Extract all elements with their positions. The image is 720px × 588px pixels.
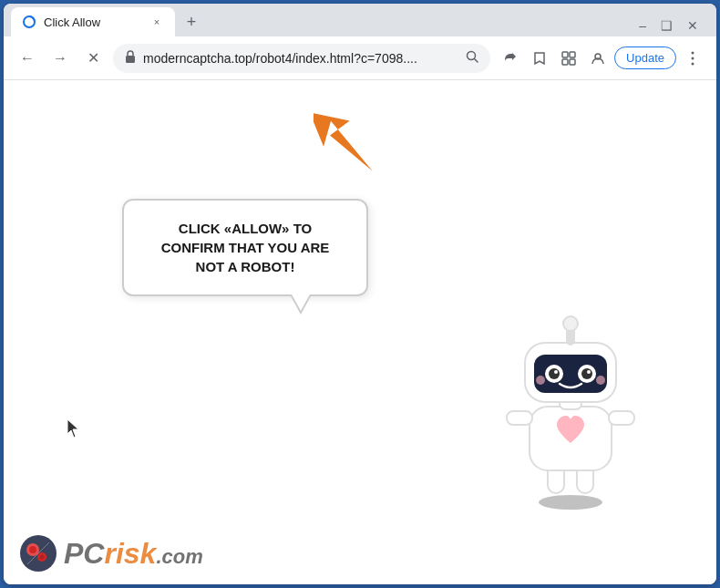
svg-rect-5 [570, 52, 575, 57]
watermark-com-text: .com [156, 545, 202, 568]
svg-point-30 [587, 370, 591, 374]
speech-bubble: CLICK «ALLOW» TO CONFIRM THAT YOU ARE NO… [122, 199, 368, 296]
svg-point-32 [596, 376, 605, 385]
svg-point-11 [692, 62, 694, 65]
search-icon[interactable] [466, 50, 478, 66]
svg-point-27 [549, 368, 560, 379]
page-content: CLICK «ALLOW» TO CONFIRM THAT YOU ARE NO… [4, 80, 716, 584]
close-button[interactable]: ✕ [687, 18, 698, 33]
reload-button[interactable]: ✕ [80, 46, 106, 71]
svg-point-37 [40, 555, 45, 560]
window-controls: – ❑ ✕ [628, 18, 709, 36]
pcrisk-logo-icon [18, 533, 58, 573]
svg-point-10 [692, 57, 694, 59]
tab-bar: Click Allow × + – ❑ ✕ [4, 4, 716, 36]
share-icon[interactable] [498, 46, 523, 71]
watermark: PCrisk.com [18, 533, 203, 573]
watermark-text-container: PCrisk.com [64, 539, 203, 568]
svg-rect-7 [570, 59, 575, 65]
minimize-button[interactable]: – [639, 18, 646, 33]
svg-rect-18 [507, 411, 532, 425]
maximize-button[interactable]: ❑ [661, 18, 673, 33]
nav-icons: Update [498, 46, 705, 71]
svg-point-29 [554, 370, 558, 374]
bubble-text: CLICK «ALLOW» TO CONFIRM THAT YOU ARE NO… [146, 219, 345, 276]
nav-bar: ← → ✕ moderncaptcha.top/robot4/index.htm… [4, 36, 716, 80]
svg-point-23 [563, 316, 578, 331]
profile-icon[interactable] [585, 46, 611, 71]
svg-line-3 [475, 59, 478, 63]
extension-icon[interactable] [556, 46, 581, 71]
tab-title: Click Allow [44, 15, 142, 29]
robot-illustration [498, 311, 643, 511]
forward-button[interactable]: → [47, 46, 73, 71]
lock-icon [125, 50, 136, 66]
watermark-risk-text: risk [104, 537, 156, 570]
tab-close-button[interactable]: × [149, 15, 164, 29]
svg-rect-4 [562, 52, 568, 57]
svg-point-9 [692, 51, 694, 54]
update-label: Update [626, 51, 664, 65]
active-tab[interactable]: Click Allow × [11, 7, 175, 36]
svg-rect-1 [126, 56, 135, 63]
svg-point-28 [581, 368, 592, 379]
watermark-pc-text: PC [64, 537, 104, 570]
svg-rect-19 [609, 411, 634, 425]
browser-window: Click Allow × + – ❑ ✕ ← → ✕ moderncaptch… [4, 4, 716, 584]
address-bar[interactable]: moderncaptcha.top/robot4/index.html?c=70… [113, 44, 490, 73]
svg-point-31 [536, 376, 545, 385]
menu-icon[interactable] [680, 46, 705, 71]
update-button[interactable]: Update [614, 46, 676, 69]
svg-point-14 [539, 495, 602, 510]
tab-favicon [22, 15, 36, 29]
address-text: moderncaptcha.top/robot4/index.html?c=70… [143, 51, 458, 66]
svg-point-35 [29, 546, 36, 553]
new-tab-button[interactable]: + [179, 9, 204, 35]
svg-rect-6 [562, 59, 568, 65]
bookmark-icon[interactable] [527, 46, 552, 71]
cursor [66, 418, 84, 444]
svg-marker-13 [314, 100, 373, 181]
back-button[interactable]: ← [15, 46, 40, 71]
